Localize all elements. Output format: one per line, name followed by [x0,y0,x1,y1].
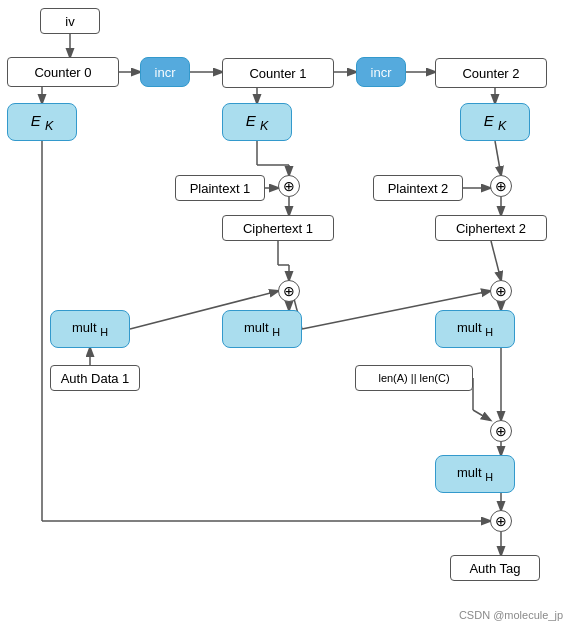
authtag-label: Auth Tag [469,561,520,576]
authdata1-label: Auth Data 1 [61,371,130,386]
xor2-symbol: ⊕ [495,178,507,194]
plaintext2-label: Plaintext 2 [388,181,449,196]
counter1-label: Counter 1 [249,66,306,81]
xor4-symbol: ⊕ [495,283,507,299]
lenac-label: len(A) || len(C) [378,372,449,384]
watermark: CSDN @molecule_jp [459,609,563,621]
mult2-label: mult H [244,320,280,338]
ek1-label: E K [246,112,269,133]
xor6-symbol: ⊕ [495,513,507,529]
svg-line-20 [491,241,501,280]
xor6-node: ⊕ [490,510,512,532]
iv-label: iv [65,14,74,29]
mult3-node: mult H [435,310,515,348]
mult1-label: mult H [72,320,108,338]
xor5-symbol: ⊕ [495,423,507,439]
diagram: iv Counter 0 incr Counter 1 incr Counter… [0,0,571,629]
ciphertext1-node: Ciphertext 1 [222,215,334,241]
mult4-label: mult H [457,465,493,483]
ek0-label: E K [31,112,54,133]
ciphertext1-label: Ciphertext 1 [243,221,313,236]
mult4-node: mult H [435,455,515,493]
xor5-node: ⊕ [490,420,512,442]
authdata1-node: Auth Data 1 [50,365,140,391]
counter0-label: Counter 0 [34,65,91,80]
plaintext1-label: Plaintext 1 [190,181,251,196]
xor2-node: ⊕ [490,175,512,197]
mult2-node: mult H [222,310,302,348]
lenac-node: len(A) || len(C) [355,365,473,391]
xor3-node: ⊕ [278,280,300,302]
ek1-node: E K [222,103,292,141]
counter2-label: Counter 2 [462,66,519,81]
authtag-node: Auth Tag [450,555,540,581]
xor1-symbol: ⊕ [283,178,295,194]
xor4-node: ⊕ [490,280,512,302]
ciphertext2-label: Ciphertext 2 [456,221,526,236]
xor1-node: ⊕ [278,175,300,197]
plaintext1-node: Plaintext 1 [175,175,265,201]
svg-line-11 [495,141,501,175]
ek2-label: E K [484,112,507,133]
mult1-node: mult H [50,310,130,348]
incr2-node: incr [356,57,406,87]
incr2-label: incr [371,65,392,80]
xor3-symbol: ⊕ [283,283,295,299]
iv-node: iv [40,8,100,34]
ciphertext2-node: Ciphertext 2 [435,215,547,241]
counter0-node: Counter 0 [7,57,119,87]
mult3-label: mult H [457,320,493,338]
svg-line-28 [473,410,490,420]
counter2-node: Counter 2 [435,58,547,88]
incr1-node: incr [140,57,190,87]
ek0-node: E K [7,103,77,141]
ek2-node: E K [460,103,530,141]
counter1-node: Counter 1 [222,58,334,88]
incr1-label: incr [155,65,176,80]
plaintext2-node: Plaintext 2 [373,175,463,201]
